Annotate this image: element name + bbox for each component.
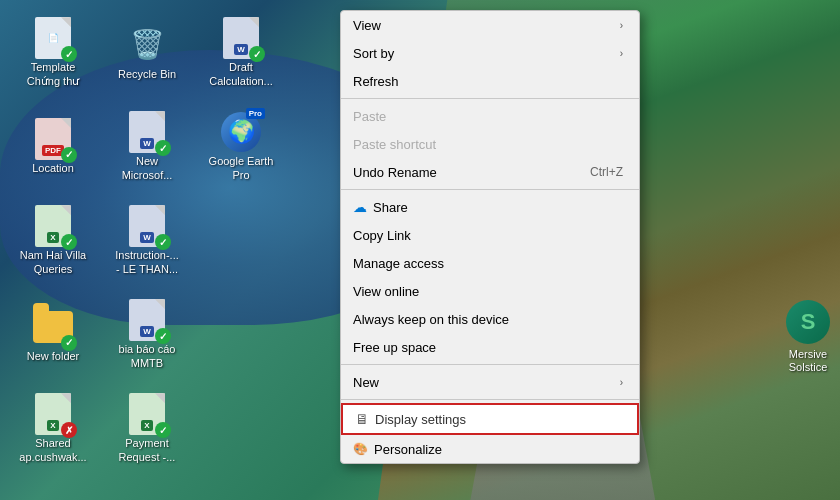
menu-label-view: View	[353, 18, 612, 33]
icon-label-recycle: Recycle Bin	[118, 68, 176, 81]
menu-item-free-up[interactable]: Free up space	[341, 333, 639, 361]
menu-label-refresh: Refresh	[353, 74, 623, 89]
icon-instruction[interactable]: W ✓ Instruction-...- LE THAN...	[102, 196, 192, 286]
check-badge: ✓	[155, 422, 171, 438]
menu-item-manage-access[interactable]: Manage access	[341, 249, 639, 277]
icon-new-folder[interactable]: ✓ New folder	[8, 290, 98, 380]
context-menu: View › Sort by › Refresh Paste Paste sho…	[340, 10, 640, 464]
menu-label-personalize: Personalize	[374, 442, 623, 457]
icon-recycle-bin[interactable]: 🗑️ Recycle Bin	[102, 8, 192, 98]
word-badge: W	[140, 326, 154, 337]
excel-badge: X	[141, 420, 152, 431]
monitor-icon: 🖥	[355, 411, 369, 427]
arrow-icon-view: ›	[620, 20, 623, 31]
icon-location[interactable]: PDF ✓ Location	[8, 102, 98, 192]
icon-label-earth: Google EarthPro	[209, 155, 274, 181]
menu-label-always-keep: Always keep on this device	[353, 312, 623, 327]
menu-label-free-up: Free up space	[353, 340, 623, 355]
arrow-icon-sort: ›	[620, 48, 623, 59]
icon-shared[interactable]: X ✗ Sharedap.cushwak...	[8, 384, 98, 474]
icon-label-shared: Sharedap.cushwak...	[19, 437, 86, 463]
icon-label-microsof: NewMicrosof...	[122, 155, 173, 181]
icon-bia-bao-cao[interactable]: W ✓ bia báo cáoMMTB	[102, 290, 192, 380]
icon-draft-calculation[interactable]: W ✓ DraftCalculation...	[196, 8, 286, 98]
icon-label-namhai: Nam Hai VillaQueries	[20, 249, 86, 275]
check-badge: ✓	[155, 328, 171, 344]
menu-divider-1	[341, 98, 639, 99]
menu-divider-3	[341, 364, 639, 365]
menu-label-manage-access: Manage access	[353, 256, 623, 271]
excel-badge: X	[47, 232, 58, 243]
desktop-icons-area: 📄 ✓ TemplateChứng thư 🗑️ Recycle Bin W ✓	[0, 0, 320, 500]
menu-label-copy-link: Copy Link	[353, 228, 623, 243]
excel-badge: X	[47, 420, 58, 431]
menu-item-new[interactable]: New ›	[341, 368, 639, 396]
menu-label-sort: Sort by	[353, 46, 612, 61]
menu-item-undo-rename[interactable]: Undo Rename Ctrl+Z	[341, 158, 639, 186]
icon-label-payment: PaymentRequest -...	[119, 437, 176, 463]
menu-item-paste[interactable]: Paste	[341, 102, 639, 130]
desktop: 📄 ✓ TemplateChứng thư 🗑️ Recycle Bin W ✓	[0, 0, 840, 500]
icon-label-instruction: Instruction-...- LE THAN...	[115, 249, 179, 275]
pro-badge: Pro	[246, 108, 265, 119]
mersive-logo: S	[786, 300, 830, 344]
check-badge: ✓	[249, 46, 265, 62]
arrow-icon-new: ›	[620, 377, 623, 388]
menu-item-sort-by[interactable]: Sort by ›	[341, 39, 639, 67]
menu-label-new: New	[353, 375, 612, 390]
menu-label-paste-shortcut: Paste shortcut	[353, 137, 623, 152]
menu-item-share[interactable]: ☁ Share	[341, 193, 639, 221]
check-badge: ✓	[61, 147, 77, 163]
menu-item-copy-link[interactable]: Copy Link	[341, 221, 639, 249]
menu-label-display-settings: Display settings	[375, 412, 621, 427]
icon-label-bia: bia báo cáoMMTB	[119, 343, 176, 369]
onedrive-icon: ☁	[353, 199, 367, 215]
icon-payment-request[interactable]: X ✓ PaymentRequest -...	[102, 384, 192, 474]
icon-label-location: Location	[32, 162, 74, 175]
check-badge: ✓	[155, 140, 171, 156]
icon-label-template: TemplateChứng thư	[27, 61, 80, 87]
icon-google-earth[interactable]: 🌍 Pro Google EarthPro	[196, 102, 286, 192]
error-badge: ✗	[61, 422, 77, 438]
mersive-symbol: S	[801, 309, 816, 335]
icon-label-draft: DraftCalculation...	[209, 61, 273, 87]
word-badge: W	[140, 138, 154, 149]
icon-template-chung[interactable]: 📄 ✓ TemplateChứng thư	[8, 8, 98, 98]
menu-item-paste-shortcut[interactable]: Paste shortcut	[341, 130, 639, 158]
icon-mersive-solstice[interactable]: S MersiveSolstice	[786, 300, 830, 374]
menu-label-view-online: View online	[353, 284, 623, 299]
icon-new-microsoft[interactable]: W ✓ NewMicrosof...	[102, 102, 192, 192]
check-badge: ✓	[61, 335, 77, 351]
menu-item-always-keep[interactable]: Always keep on this device	[341, 305, 639, 333]
personalize-icon: 🎨	[353, 442, 368, 456]
word-badge: W	[140, 232, 154, 243]
menu-label-undo-rename: Undo Rename	[353, 165, 570, 180]
check-badge: ✓	[155, 234, 171, 250]
shortcut-undo: Ctrl+Z	[590, 165, 623, 179]
menu-divider-4	[341, 399, 639, 400]
check-badge: ✓	[61, 46, 77, 62]
icon-label-newfolder: New folder	[27, 350, 80, 363]
icon-grid: 📄 ✓ TemplateChứng thư 🗑️ Recycle Bin W ✓	[8, 8, 312, 474]
menu-item-view-online[interactable]: View online	[341, 277, 639, 305]
menu-label-paste: Paste	[353, 109, 623, 124]
menu-label-share: Share	[373, 200, 623, 215]
icon-label-mersive: MersiveSolstice	[789, 348, 828, 374]
empty-cell-r4c3	[196, 290, 286, 380]
empty-cell-r3c3	[196, 196, 286, 286]
recycle-bin-icon: 🗑️	[129, 24, 165, 66]
check-badge: ✓	[61, 234, 77, 250]
menu-divider-2	[341, 189, 639, 190]
menu-item-display-settings[interactable]: 🖥 Display settings	[341, 403, 639, 435]
menu-item-view[interactable]: View ›	[341, 11, 639, 39]
icon-nam-hai[interactable]: X ✓ Nam Hai VillaQueries	[8, 196, 98, 286]
menu-item-refresh[interactable]: Refresh	[341, 67, 639, 95]
word-badge: W	[234, 44, 248, 55]
menu-item-personalize[interactable]: 🎨 Personalize	[341, 435, 639, 463]
